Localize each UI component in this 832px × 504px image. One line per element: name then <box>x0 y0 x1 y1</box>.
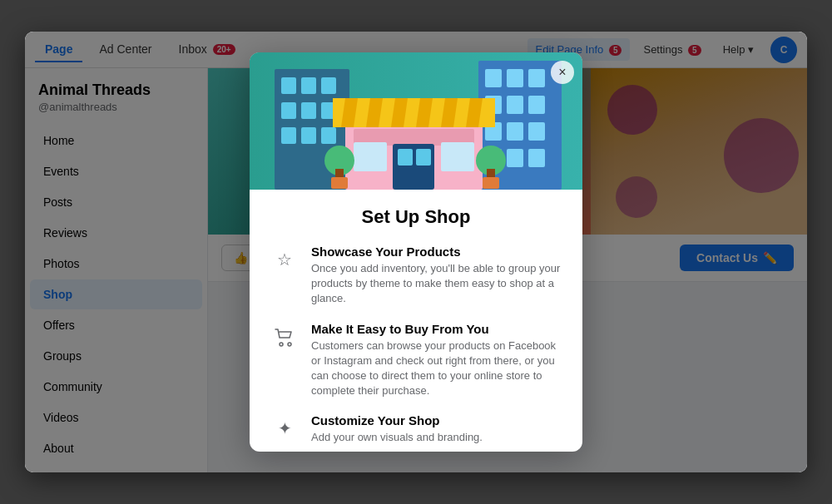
modal-header-image: × <box>250 52 582 190</box>
modal-title: Set Up Shop <box>270 206 562 228</box>
svg-rect-14 <box>528 69 545 87</box>
svg-point-45 <box>288 343 291 346</box>
feature-customize-desc: Add your own visuals and branding. <box>311 430 483 445</box>
cart-icon <box>270 322 300 352</box>
svg-rect-10 <box>321 127 336 144</box>
svg-rect-2 <box>281 77 296 94</box>
feature-showcase: ☆ Showcase Your Products Once you add in… <box>270 245 562 307</box>
svg-rect-35 <box>416 149 431 166</box>
store-illustration <box>250 52 582 190</box>
svg-rect-4 <box>321 77 336 94</box>
sparkle-icon: ✦ <box>270 413 300 443</box>
browser-window: Page Ad Center Inbox 20+ Edit Page Info … <box>25 32 807 472</box>
svg-point-44 <box>280 343 283 346</box>
feature-customize-title: Customize Your Shop <box>311 413 483 427</box>
svg-rect-22 <box>507 149 523 167</box>
modal-body: Set Up Shop ☆ Showcase Your Products Onc… <box>250 190 582 452</box>
svg-rect-12 <box>485 69 502 87</box>
svg-rect-13 <box>507 69 523 87</box>
svg-rect-34 <box>398 149 413 166</box>
feature-customize-text: Customize Your Shop Add your own visuals… <box>311 413 483 445</box>
svg-rect-16 <box>507 96 523 114</box>
feature-buy-text: Make It Easy to Buy From You Customers c… <box>311 322 562 399</box>
feature-customize: ✦ Customize Your Shop Add your own visua… <box>270 413 562 445</box>
feature-buy: Make It Easy to Buy From You Customers c… <box>270 322 562 399</box>
modal-overlay[interactable]: × Set Up Shop ☆ Showcase Your Products O… <box>25 32 807 472</box>
svg-rect-9 <box>301 127 316 144</box>
svg-rect-17 <box>528 96 545 114</box>
feature-showcase-text: Showcase Your Products Once you add inve… <box>311 245 562 307</box>
svg-rect-37 <box>441 142 474 171</box>
svg-rect-23 <box>528 149 545 167</box>
setup-shop-modal: × Set Up Shop ☆ Showcase Your Products O… <box>250 52 582 452</box>
svg-rect-6 <box>301 102 316 119</box>
feature-showcase-desc: Once you add inventory, you'll be able t… <box>311 261 562 307</box>
svg-rect-36 <box>354 142 387 171</box>
svg-rect-5 <box>281 102 296 119</box>
svg-rect-43 <box>483 177 499 189</box>
feature-buy-desc: Customers can browse your products on Fa… <box>311 338 562 399</box>
modal-close-button[interactable]: × <box>551 61 574 84</box>
svg-rect-19 <box>507 122 523 141</box>
svg-rect-42 <box>331 177 348 189</box>
feature-showcase-title: Showcase Your Products <box>311 245 562 259</box>
svg-rect-3 <box>301 77 316 94</box>
star-icon: ☆ <box>270 245 300 274</box>
feature-buy-title: Make It Easy to Buy From You <box>311 322 562 336</box>
svg-rect-8 <box>281 127 296 144</box>
svg-rect-20 <box>528 122 545 141</box>
